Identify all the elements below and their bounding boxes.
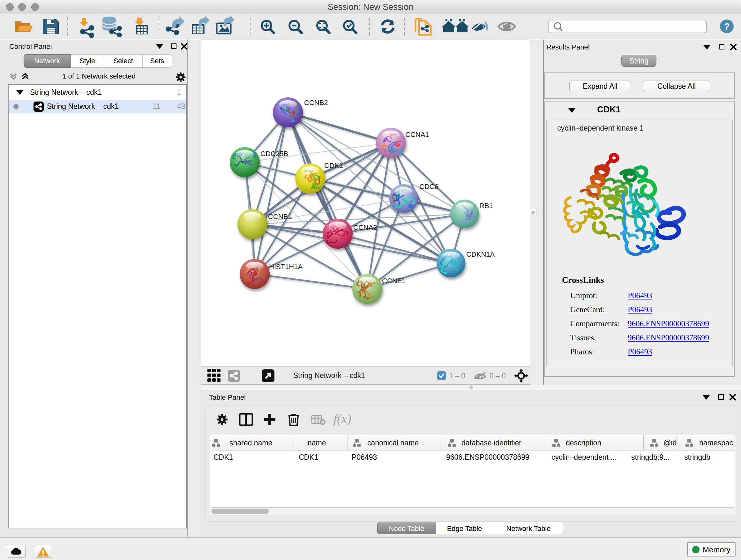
svg-text:name: name (308, 439, 326, 447)
svg-text:CCNE1: CCNE1 (382, 277, 406, 285)
svg-text:description: description (566, 439, 601, 447)
svg-text:shared name: shared name (229, 439, 272, 447)
svg-text:canonical name: canonical name (367, 439, 419, 447)
svg-text:CCNA1: CCNA1 (405, 131, 429, 138)
svg-text:HIST1H1A: HIST1H1A (269, 263, 302, 271)
svg-text:CDKN1A: CDKN1A (466, 250, 495, 258)
svg-text:CCNB2: CCNB2 (304, 99, 328, 107)
svg-text:CCNA2: CCNA2 (353, 224, 377, 232)
svg-text:@id: @id (664, 439, 677, 447)
svg-text:CDK1: CDK1 (324, 162, 343, 170)
svg-text:CDC6: CDC6 (419, 183, 439, 191)
svg-text:namespac: namespac (699, 439, 733, 447)
svg-text:CDC25B: CDC25B (260, 150, 288, 158)
svg-text:CCNB1: CCNB1 (268, 212, 292, 221)
svg-text:database identifier: database identifier (461, 439, 522, 447)
svg-text:RB1: RB1 (479, 202, 493, 210)
